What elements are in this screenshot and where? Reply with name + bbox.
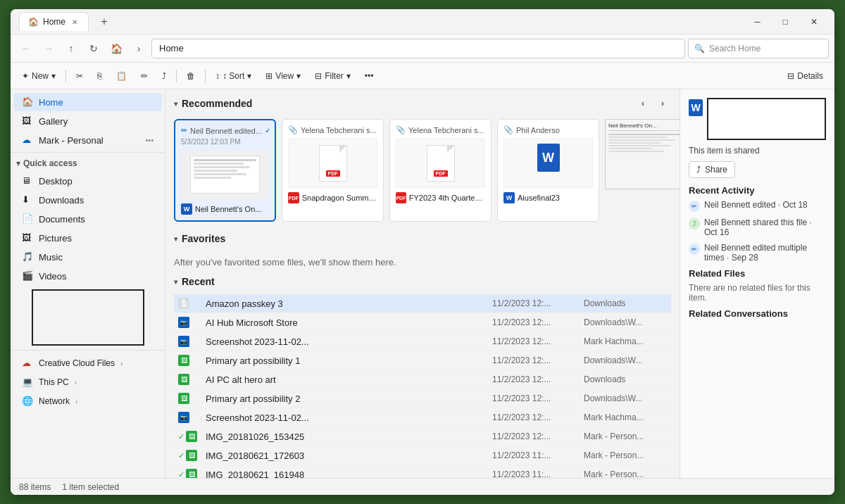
close-btn[interactable]: ✕	[802, 12, 826, 32]
file-date: 11/2/2023 12:...	[492, 431, 551, 441]
table-row[interactable]: 📷 Screenshot 2023-11-02... 11/2/2023 12:…	[174, 408, 671, 427]
sidebar-item-mark-personal[interactable]: ☁ Mark - Personal •••	[13, 131, 162, 149]
file-date: 11/2/2023 12:...	[492, 374, 551, 384]
active-tab[interactable]: 🏠 Home ✕	[19, 12, 89, 31]
details-toggle-btn[interactable]: ⊟ Details	[782, 66, 829, 86]
sidebar-item-documents[interactable]: 📄 Documents 📌	[13, 210, 162, 228]
new-tab-btn[interactable]: +	[94, 12, 114, 32]
table-row[interactable]: 📷 Screenshot 2023-11-02... 11/2/2023 12:…	[174, 332, 671, 351]
sidebar-item-downloads[interactable]: ⬇ Downloads 📌	[13, 191, 162, 209]
music-icon: 🎵	[22, 251, 33, 263]
gallery-icon: 🖼	[22, 115, 33, 127]
table-row[interactable]: 🖼 Primary art possibility 2 11/2/2023 12…	[174, 389, 671, 408]
sidebar-item-this-pc[interactable]: 💻 This PC ›	[13, 373, 162, 391]
favorites-section-header[interactable]: ▾ Favorites	[174, 233, 671, 244]
sidebar-item-network[interactable]: 🌐 Network ›	[13, 392, 162, 410]
new-btn[interactable]: ✦ New ▾	[16, 66, 61, 86]
rename-btn[interactable]: ✏	[135, 66, 154, 86]
copy-btn[interactable]: ⎘	[92, 66, 108, 86]
recommended-section-header[interactable]: ▾ Recommended ‹ ›	[174, 95, 671, 112]
pin-music-icon: 📌	[145, 253, 154, 261]
this-pc-icon: 💻	[22, 377, 33, 388]
mark-more-btn[interactable]: •••	[145, 136, 154, 144]
file-location: Mark - Person...	[584, 431, 644, 441]
file-location: Downloads\W...	[584, 317, 642, 327]
cut-btn[interactable]: ✂	[70, 66, 89, 86]
toolbar-separator-3	[205, 70, 206, 82]
toolbar: ✦ New ▾ ✂ ⎘ 📋 ✏ ⤴ 🗑 ↕ ↕ Sort ▾ ⊞ View ▾ …	[11, 63, 834, 89]
path-label: Home	[159, 43, 184, 53]
file-location: Downloads	[584, 298, 625, 308]
sidebar-item-videos[interactable]: 🎬 Videos 📌	[13, 267, 162, 285]
rec-card-1[interactable]: ✏ Neil Bennett edited... ✓ 5/3/2023 12:0…	[174, 119, 276, 222]
view-btn[interactable]: ⊞ View ▾	[260, 66, 306, 86]
delete-btn[interactable]: 🗑	[181, 66, 201, 86]
sort-label: ↕ Sort	[223, 71, 244, 81]
table-row[interactable]: ✓🖼 IMG_20180621_161948 11/2/2023 11:... …	[174, 465, 671, 479]
recommended-prev-btn[interactable]: ‹	[634, 95, 651, 112]
sidebar-label-network: Network	[39, 396, 70, 406]
pdf-icon-card2: PDF	[288, 192, 299, 203]
sidebar-item-home[interactable]: 🏠 Home	[13, 93, 162, 111]
sidebar-item-pictures[interactable]: 🖼 Pictures 📌	[13, 229, 162, 247]
recommended-next-btn[interactable]: ›	[654, 95, 671, 112]
related-conversations-title: Related Conversations	[689, 308, 826, 319]
file-name: Screenshot 2023-11-02...	[206, 336, 309, 347]
file-date: 11/2/2023 11:...	[492, 451, 551, 460]
maximize-btn[interactable]: □	[775, 12, 796, 32]
table-row[interactable]: 📷 AI Hub Microsoft Store 11/2/2023 12:..…	[174, 313, 671, 332]
sidebar-item-music[interactable]: 🎵 Music 📌	[13, 248, 162, 266]
img-check-icon: 🖼	[186, 469, 197, 478]
activity-item: ✏ Neil Bennett edited · Oct 18	[689, 200, 826, 212]
address-path[interactable]: Home	[151, 39, 685, 58]
activity-text: Neil Bennett shared this file · Oct 16	[704, 218, 826, 237]
selected-count: 1 item selected	[62, 482, 119, 492]
sidebar-blank-area	[32, 289, 144, 346]
quick-access-group[interactable]: ▾ Quick access	[11, 156, 165, 171]
img-check-icon: 🖼	[186, 431, 197, 442]
file-name: IMG_20181026_153425	[206, 431, 304, 442]
home-nav-btn[interactable]: 🏠	[106, 39, 126, 58]
rec-card-2[interactable]: 📎 Yelena Tebcherani s... PDF PDF Snapdra…	[282, 119, 384, 222]
refresh-btn[interactable]: ↻	[84, 39, 104, 58]
file-name: Primary art possibility 2	[206, 393, 300, 404]
table-row[interactable]: 🖼 Primary art possibility 1 11/2/2023 12…	[174, 351, 671, 370]
table-row[interactable]: 📄 Amazon passkey 3 11/2/2023 12:... Down…	[174, 294, 671, 313]
details-icon: ⊟	[787, 71, 794, 81]
desktop-icon: 🖥	[22, 175, 33, 187]
more-btn[interactable]: •••	[359, 66, 380, 86]
tab-home-icon: 🏠	[28, 17, 39, 27]
forward-btn[interactable]: →	[39, 39, 58, 58]
minimize-btn[interactable]: ─	[746, 12, 769, 32]
table-row[interactable]: ✓🖼 IMG_20181026_153425 11/2/2023 12:... …	[174, 427, 671, 446]
favorites-empty-msg: After you've favorited some files, we'll…	[174, 251, 671, 276]
filter-btn[interactable]: ⊟ Filter ▾	[309, 66, 356, 86]
sidebar-item-gallery[interactable]: 🖼 Gallery	[13, 112, 162, 130]
new-label: New	[32, 71, 49, 81]
toolbar-separator-2	[176, 70, 177, 82]
table-row[interactable]: 🖼 AI PC alt hero art 11/2/2023 12:... Do…	[174, 370, 671, 389]
screenshot-icon: 📷	[178, 336, 189, 347]
back-btn[interactable]: ←	[16, 39, 36, 58]
paste-btn[interactable]: 📋	[111, 66, 132, 86]
details-share-btn[interactable]: ⤴ Share	[689, 161, 735, 178]
recent-section-header[interactable]: ▾ Recent	[174, 276, 671, 287]
details-label: Details	[797, 71, 823, 81]
sidebar: 🏠 Home 🖼 Gallery ☁ Mark - Personal ••• ▾…	[11, 89, 165, 478]
sidebar-item-creative-cloud[interactable]: ☁ Creative Cloud Files ›	[13, 354, 162, 372]
preview-card: Neil Bennett's On...	[605, 119, 680, 189]
search-box[interactable]: 🔍 Search Home	[688, 39, 829, 58]
sort-btn[interactable]: ↕ ↕ Sort ▾	[210, 66, 257, 86]
activity-item: ⤴ Neil Bennett shared this file · Oct 16	[689, 218, 826, 237]
up-btn[interactable]: ↑	[61, 39, 81, 58]
addressbar: ← → ↑ ↻ 🏠 › Home 🔍 Search Home	[11, 34, 834, 63]
sidebar-item-desktop[interactable]: 🖥 Desktop 📌	[13, 172, 162, 190]
rec-card-3[interactable]: 📎 Yelena Tebcherani s... PDF PDF FY2023 …	[389, 119, 492, 222]
rec-card-4[interactable]: 📎 Phil Anderso W W Aiusefinal23	[497, 119, 599, 222]
file-location: Mark - Person...	[584, 451, 644, 460]
sidebar-label-creative: Creative Cloud Files	[39, 358, 115, 368]
table-row[interactable]: ✓🖼 IMG_20180621_172603 11/2/2023 11:... …	[174, 446, 671, 465]
share-toolbar-btn[interactable]: ⤴	[156, 66, 172, 86]
tab-close-btn[interactable]: ✕	[70, 17, 80, 27]
rec-card-3-name: FY2023 4th Quarter E...	[409, 194, 485, 202]
